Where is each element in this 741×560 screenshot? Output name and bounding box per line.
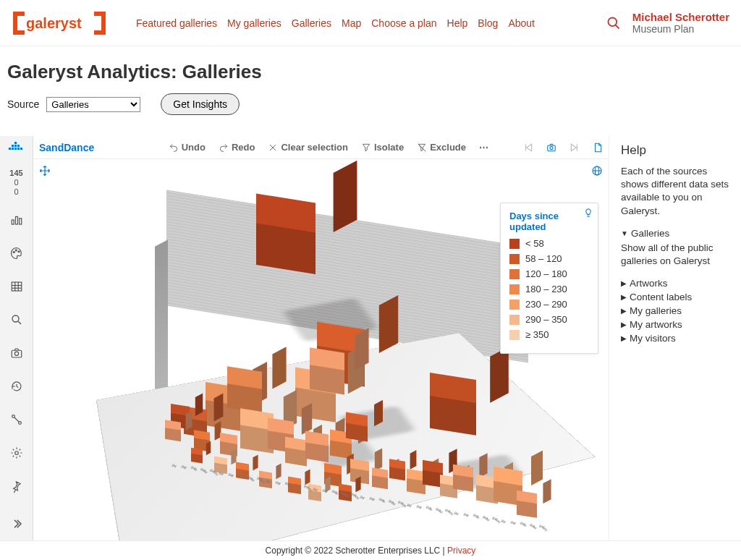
help-item-galleries[interactable]: ▼Galleries: [621, 228, 731, 239]
data-cube[interactable]: [256, 198, 316, 258]
sanddance-main: SandDance Undo Redo Clear selection Isol…: [33, 136, 609, 540]
sanddance-logo-icon[interactable]: [9, 140, 25, 158]
svg-line-31: [14, 417, 19, 422]
data-cube[interactable]: [389, 460, 405, 476]
legend-item[interactable]: 120 – 180: [509, 268, 589, 279]
legend-item[interactable]: < 58: [509, 238, 589, 249]
legend-label: 230 – 290: [525, 299, 567, 310]
svg-point-30: [18, 421, 21, 424]
data-cube[interactable]: [372, 469, 388, 485]
data-cube[interactable]: [165, 421, 181, 437]
row-count: 145 0 0: [9, 166, 22, 205]
nav-map[interactable]: Map: [342, 17, 361, 29]
scene-3d: galgallgallegallergallerygalgallgallegal…: [85, 174, 563, 528]
chart-type-icon[interactable]: [4, 208, 29, 232]
data-cube[interactable]: [285, 438, 307, 460]
nav-choose-plan[interactable]: Choose a plan: [371, 17, 436, 29]
legend-item[interactable]: 180 – 230: [509, 284, 589, 294]
nav-about[interactable]: About: [508, 17, 535, 29]
help-item[interactable]: ▶My artworks: [621, 319, 731, 330]
search-tool-icon[interactable]: [4, 307, 29, 332]
legend-swatch: [509, 239, 520, 249]
sanddance-container: 145 0 0 SandDance Undo Redo Clear select…: [0, 135, 741, 540]
svg-rect-14: [19, 218, 21, 224]
page-title: Galeryst Analytics: Galleries: [7, 61, 734, 83]
transition-icon[interactable]: [4, 407, 29, 432]
legend-label: 180 – 230: [525, 284, 567, 294]
nav-featured-galleries[interactable]: Featured galleries: [136, 17, 217, 29]
data-cube[interactable]: [310, 350, 344, 385]
help-item[interactable]: ▶My galleries: [621, 305, 731, 316]
data-cube[interactable]: [227, 369, 262, 404]
svg-rect-18: [12, 282, 22, 291]
isolate-button[interactable]: Isolate: [361, 142, 404, 153]
help-heading: Help: [621, 143, 731, 158]
legend-label: 120 – 180: [525, 268, 567, 279]
lightbulb-icon[interactable]: [583, 208, 593, 220]
color-icon[interactable]: [4, 241, 29, 266]
nav-my-galleries[interactable]: My galleries: [227, 17, 281, 29]
source-select[interactable]: Galleries: [46, 97, 140, 112]
prev-snapshot-icon[interactable]: [523, 143, 533, 153]
settings-icon[interactable]: [4, 441, 29, 465]
data-grid-icon[interactable]: [4, 274, 29, 299]
legend-swatch: [509, 315, 520, 325]
more-icon[interactable]: ⋯: [479, 142, 488, 153]
chart-canvas[interactable]: galgallgallegallergallerygalgallgallegal…: [33, 159, 609, 540]
user-plan: Museum Plan: [632, 23, 729, 35]
search-icon[interactable]: [606, 16, 621, 30]
expand-icon[interactable]: [4, 512, 29, 536]
camera-icon[interactable]: [546, 143, 556, 153]
move-icon[interactable]: [39, 165, 51, 179]
nav-help[interactable]: Help: [447, 17, 468, 29]
data-cube[interactable]: [430, 376, 476, 423]
svg-line-24: [18, 321, 21, 324]
redo-button[interactable]: Redo: [219, 142, 255, 153]
svg-rect-10: [17, 148, 20, 150]
undo-button[interactable]: Undo: [169, 142, 206, 153]
brand-logo[interactable]: galeryst: [12, 10, 107, 36]
nav-galleries[interactable]: Galleries: [292, 17, 331, 29]
snapshot-icon[interactable]: [4, 341, 29, 365]
help-item[interactable]: ▶Artworks: [621, 278, 731, 289]
sanddance-brand[interactable]: SandDance: [39, 142, 94, 153]
legend-title: Days since updated: [509, 211, 589, 232]
data-cube[interactable]: [517, 492, 537, 512]
history-icon[interactable]: [4, 374, 29, 399]
legend-label: < 58: [525, 238, 544, 249]
legend-swatch: [509, 284, 520, 294]
data-cube[interactable]: [346, 414, 368, 436]
get-insights-button[interactable]: Get Insights: [161, 93, 240, 115]
nav-blog[interactable]: Blog: [478, 17, 498, 29]
data-cube[interactable]: [214, 457, 227, 470]
legend-item[interactable]: 290 – 350: [509, 314, 589, 325]
document-icon[interactable]: [593, 143, 603, 153]
privacy-link[interactable]: Privacy: [447, 546, 475, 556]
globe-icon[interactable]: [591, 165, 603, 179]
help-item[interactable]: ▶My visitors: [621, 333, 731, 344]
data-cube[interactable]: [305, 433, 329, 456]
next-snapshot-icon[interactable]: [569, 143, 580, 153]
exclude-button[interactable]: Exclude: [417, 142, 466, 153]
controls-row: Source Galleries Get Insights: [7, 93, 734, 115]
svg-point-16: [15, 249, 17, 250]
svg-point-17: [18, 250, 20, 252]
legend-item[interactable]: ≥ 350: [509, 329, 589, 340]
svg-rect-11: [20, 148, 22, 150]
data-cube[interactable]: [453, 466, 473, 486]
data-cube[interactable]: [191, 449, 203, 460]
main-nav: Featured galleries My galleries Gallerie…: [136, 17, 606, 29]
pin-icon[interactable]: [4, 474, 29, 499]
svg-point-26: [14, 352, 18, 355]
user-menu[interactable]: Michael Scherotter Museum Plan: [632, 11, 729, 35]
svg-point-1: [608, 17, 617, 26]
svg-point-15: [13, 251, 14, 253]
sanddance-sidebar: 145 0 0: [0, 136, 33, 540]
clear-selection-button[interactable]: Clear selection: [268, 142, 348, 153]
svg-rect-5: [12, 148, 14, 150]
legend-item[interactable]: 58 – 120: [509, 253, 589, 264]
svg-rect-9: [17, 145, 20, 147]
legend-item[interactable]: 230 – 290: [509, 299, 589, 310]
help-item[interactable]: ▶Content labels: [621, 292, 731, 302]
svg-rect-13: [15, 216, 17, 224]
